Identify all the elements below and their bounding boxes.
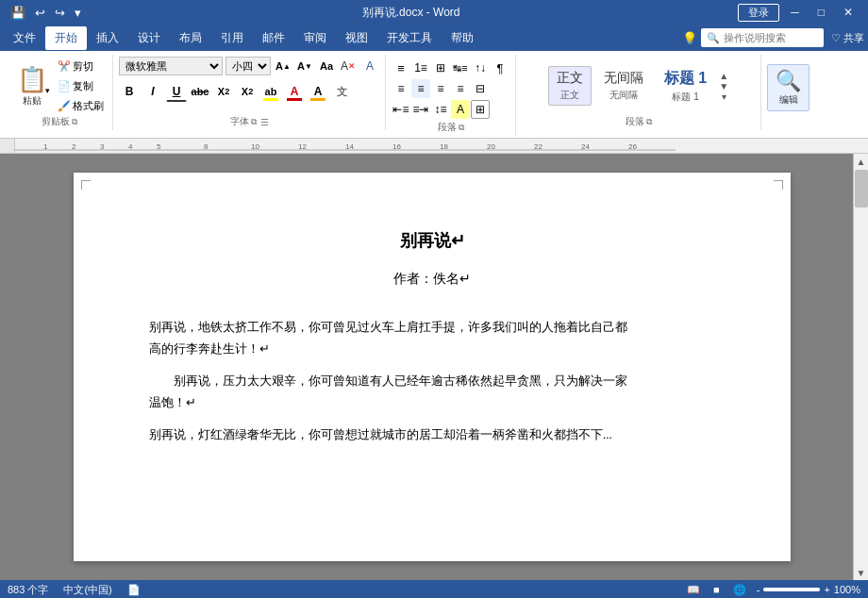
menu-references[interactable]: 引用 — [211, 26, 253, 50]
list-level-button[interactable]: ↹≡ — [451, 58, 470, 77]
search-bar[interactable]: 🔍 — [701, 28, 824, 47]
search-input[interactable] — [724, 32, 818, 43]
clear-format-button[interactable]: A✕ — [339, 57, 358, 75]
doc-scroll-area[interactable]: 别再说↵ 作者：佚名↵ 别再说，地铁太挤工作不易，你可曾见过火车上肩扛手提，许多… — [15, 154, 849, 580]
zoom-slider[interactable] — [763, 588, 820, 591]
cut-button[interactable]: ✂️ 剪切 — [55, 58, 107, 75]
shrink-font-button[interactable]: A▼ — [295, 57, 314, 75]
save-icon[interactable]: 💾 — [8, 5, 28, 21]
grow-font-button[interactable]: A▲ — [274, 57, 292, 75]
style-no-space[interactable]: 无间隔 无间隔 — [595, 66, 652, 106]
style-more[interactable]: ▾ — [722, 91, 726, 102]
view-read-button[interactable]: 📖 — [684, 583, 703, 597]
menu-view[interactable]: 视图 — [336, 26, 377, 50]
style-scroll-up[interactable]: ▲ — [719, 71, 728, 81]
menu-layout[interactable]: 布局 — [170, 26, 211, 50]
subscript-button[interactable]: X2 — [213, 81, 234, 102]
corner-tr — [774, 180, 783, 190]
indent-less-button[interactable]: ⇤≡ — [392, 100, 410, 119]
highlight-button[interactable]: ab — [260, 81, 281, 102]
share-button[interactable]: ♡ 共享 — [831, 31, 864, 45]
underline-button[interactable]: U — [166, 81, 187, 102]
clipboard-expand-icon[interactable]: ⧉ — [72, 117, 77, 127]
maximize-button[interactable]: □ — [810, 4, 832, 21]
line-spacing-button[interactable]: ↕≡ — [431, 100, 450, 119]
undo-icon[interactable]: ↩ — [32, 5, 48, 21]
search-icon: 🔍 — [707, 32, 720, 44]
menu-review[interactable]: 审阅 — [294, 26, 336, 50]
ribbon-paragraph-group: ≡ 1≡ ⊞ ↹≡ ↑↓ ¶ ≡ ≡ ≡ ≡ ⊟ ⇤≡ ≡⇥ ↕≡ A ⊞ — [386, 55, 516, 136]
border-button[interactable]: ⊞ — [471, 100, 490, 119]
lightbulb-icon: 💡 — [682, 31, 697, 45]
minimize-button[interactable]: ─ — [783, 4, 807, 21]
menu-home[interactable]: 开始 — [45, 26, 87, 50]
menu-insert[interactable]: 插入 — [87, 26, 128, 50]
view-web-button[interactable]: 🌐 — [730, 583, 749, 597]
menu-file[interactable]: 文件 — [4, 26, 45, 50]
doc-para-3-partial[interactable]: 别再说，灯红酒绿奢华无比，你可曾想过就城市的居工却沿着一柄斧凿和火都挡不下... — [149, 424, 715, 444]
scroll-track[interactable] — [854, 169, 869, 565]
scroll-down-button[interactable]: ▼ — [854, 565, 869, 580]
para2-line1-text: 别再说，压力太大艰辛，你可曾知道有人已经年逾古稀依然起早贪黑，只为解决一家 — [174, 374, 627, 388]
superscript-button[interactable]: X2 — [237, 81, 258, 102]
format-painter-button[interactable]: 🖌️ 格式刷 — [55, 97, 107, 115]
doc-para-2[interactable]: 别再说，压力太大艰辛，你可曾知道有人已经年逾古稀依然起早贪黑，只为解决一家 温饱… — [149, 370, 715, 414]
paste-button[interactable]: 📋 粘贴 ▾ — [11, 61, 53, 111]
bold-button[interactable]: B — [119, 81, 140, 102]
numbered-list-button[interactable]: 1≡ — [411, 58, 430, 77]
redo-icon[interactable]: ↪ — [52, 5, 68, 21]
cut-icon: ✂️ — [58, 60, 71, 73]
zoom-control: - + 100% — [757, 584, 860, 595]
doc-title[interactable]: 别再说↵ — [149, 229, 715, 252]
close-button[interactable]: ✕ — [836, 4, 860, 21]
italic-button[interactable]: I — [142, 81, 163, 102]
styles-expand-icon[interactable]: ⧉ — [646, 117, 652, 127]
font-color2-button[interactable]: A — [308, 81, 328, 102]
menu-help[interactable]: 帮助 — [442, 26, 483, 50]
style-heading1-text: 标题 1 — [664, 69, 707, 89]
title-bar: 💾 ↩ ↪ ▾ 别再说.docx - Word 登录 ─ □ ✕ — [0, 0, 868, 25]
outline-list-button[interactable]: ⊞ — [431, 58, 450, 77]
scroll-up-button[interactable]: ▲ — [854, 154, 869, 169]
font-size-select[interactable]: 小四 — [225, 57, 271, 75]
align-right-button[interactable]: ≡ — [431, 79, 450, 98]
align-center-button[interactable]: ≡ — [411, 79, 430, 98]
scroll-thumb[interactable] — [855, 170, 868, 208]
change-case-button[interactable]: Aa — [317, 57, 336, 75]
strikethrough-button[interactable]: abc — [190, 81, 210, 102]
editing-button[interactable]: 🔍 编辑 — [767, 64, 810, 111]
font-special-button[interactable]: 文 — [331, 81, 352, 102]
show-marks-button[interactable]: ¶ — [491, 58, 509, 77]
zoom-minus-button[interactable]: - — [757, 584, 760, 595]
copy-button[interactable]: 📄 复制 — [55, 77, 107, 95]
style-heading1[interactable]: 标题 1 标题 1 — [656, 65, 715, 108]
font-name-select[interactable]: 微软雅黑 — [119, 57, 223, 75]
bullet-list-button[interactable]: ≡ — [392, 58, 410, 77]
doc-author[interactable]: 作者：佚名↵ — [149, 271, 715, 288]
paragraph-expand-icon[interactable]: ⧉ — [459, 123, 464, 133]
sort-button[interactable]: ↑↓ — [471, 58, 490, 77]
column-button[interactable]: ⊟ — [471, 79, 490, 98]
text-effect-button[interactable]: A — [360, 57, 379, 75]
zoom-plus-button[interactable]: + — [824, 584, 829, 595]
menu-mail[interactable]: 邮件 — [253, 26, 294, 50]
login-button[interactable]: 登录 — [738, 4, 779, 22]
style-scroll-down[interactable]: ▼ — [719, 81, 728, 91]
menu-developer[interactable]: 开发工具 — [377, 26, 442, 50]
font-color-button[interactable]: A — [284, 81, 305, 102]
format-painter-icon: 🖌️ — [58, 100, 71, 112]
vertical-scrollbar[interactable]: ▲ ▼ — [853, 154, 868, 580]
quick-more-icon[interactable]: ▾ — [72, 5, 84, 21]
paste-arrow: ▾ — [45, 86, 50, 95]
indent-more-button[interactable]: ≡⇥ — [411, 100, 430, 119]
align-left-button[interactable]: ≡ — [392, 79, 410, 98]
page-icon: 📄 — [127, 584, 141, 596]
view-normal-button[interactable]: ■ — [710, 583, 723, 596]
quick-access-toolbar: 💾 ↩ ↪ ▾ — [8, 5, 84, 21]
menu-design[interactable]: 设计 — [128, 26, 170, 50]
doc-para-1[interactable]: 别再说，地铁太挤工作不易，你可曾见过火车上肩扛手提，许多我们叫的人拖着比自己都 … — [149, 316, 715, 360]
shading-button[interactable]: A — [451, 100, 470, 119]
font-expand-icon[interactable]: ⧉ — [251, 117, 257, 127]
style-normal[interactable]: 正文 正文 — [548, 66, 592, 106]
justify-button[interactable]: ≡ — [451, 79, 470, 98]
